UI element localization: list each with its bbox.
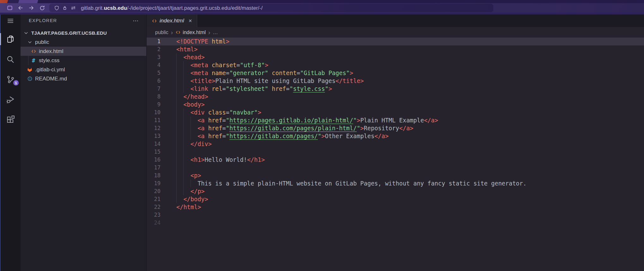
indent-guide — [176, 187, 183, 195]
code-link[interactable]: https://gitlab.com/pages/plain-html/ — [229, 124, 357, 132]
code-line-9[interactable]: 9<body> — [147, 101, 644, 109]
line-number: 20 — [147, 187, 176, 195]
activity-item-source-control[interactable]: 1 — [0, 73, 21, 86]
indent-guide — [176, 109, 183, 116]
code-link[interactable]: style.css — [293, 85, 325, 93]
shield-icon[interactable] — [52, 4, 61, 12]
url-domain: ucsb.edu — [104, 5, 127, 11]
indent-guide — [191, 124, 197, 132]
code-token: "stylesheet" — [226, 85, 268, 93]
code-line-12[interactable]: 12<a href="https://gitlab.com/pages/plai… — [147, 124, 644, 132]
indent-guide — [176, 148, 183, 156]
indent-guide — [183, 140, 190, 148]
indent-guide — [176, 101, 183, 109]
code-token: = — [226, 109, 229, 116]
activity-item-run-debug[interactable] — [0, 93, 21, 107]
permissions-icon[interactable] — [69, 4, 78, 12]
tree-item-index-html[interactable]: index.html — [21, 47, 146, 56]
activity-item-extensions[interactable] — [0, 113, 21, 127]
indent-guide — [176, 180, 183, 187]
code-link[interactable]: https://gitlab.com/pages/ — [229, 132, 318, 140]
debug-icon — [6, 95, 15, 104]
reload-button[interactable] — [37, 4, 47, 12]
code-token: = — [286, 85, 289, 93]
code-line-21[interactable]: 21</body> — [147, 195, 644, 203]
tree-item--gitlab-ci-yml[interactable]: .gitlab-ci.yml — [21, 65, 146, 74]
url-bar[interactable]: gitlab.grit.ucsb.edu/-/ide/project/tjaar… — [49, 4, 493, 12]
code-token: = — [297, 69, 300, 77]
indent-guide — [183, 109, 190, 116]
line-content: <body> — [176, 101, 644, 109]
code-line-5[interactable]: 5<meta name="generator" content="GitLab … — [147, 69, 644, 77]
breadcrumb-label: public — [155, 30, 168, 35]
code-token: = — [222, 132, 226, 140]
code-token: > — [328, 85, 332, 93]
code-line-14[interactable]: 14</div> — [147, 140, 644, 148]
explorer-more-button[interactable]: ⋯ — [131, 18, 140, 24]
forward-button[interactable] — [26, 4, 37, 12]
line-number: 4 — [147, 61, 176, 69]
code-token: > — [350, 69, 353, 77]
tree-item-style-css[interactable]: #style.css — [21, 56, 146, 65]
code-line-2[interactable]: 2<html> — [147, 45, 644, 53]
line-content: </html> — [176, 203, 644, 211]
code-link[interactable]: https://pages.gitlab.io/plain-html/ — [229, 116, 353, 124]
code-line-4[interactable]: 4<meta charset="utf-8"> — [147, 61, 644, 69]
code-line-18[interactable]: 18<p> — [147, 172, 644, 180]
lock-icon[interactable] — [61, 4, 69, 12]
tree-item-readme-md[interactable]: README.md — [21, 74, 146, 83]
line-content: <link rel="stylesheet" href="style.css"> — [176, 85, 644, 93]
indent-guide — [183, 61, 190, 69]
line-number: 21 — [147, 195, 176, 203]
tab-index-html[interactable]: index.html ✕ — [147, 15, 197, 27]
code-line-17[interactable]: 17 — [147, 164, 644, 172]
code-line-16[interactable]: 16<h1>Hello World!</h1> — [147, 156, 644, 164]
tab-close-icon[interactable]: ✕ — [187, 18, 193, 24]
indent-guide — [183, 156, 190, 164]
code-line-1[interactable]: 1<!DOCTYPE html> — [147, 38, 644, 45]
breadcrumb-item-public[interactable]: public — [155, 30, 168, 35]
chevron-down-icon[interactable] — [27, 39, 33, 45]
indent-guide — [191, 180, 197, 187]
tree-item-label: TJAART.PAGES.GRIT.UCSB.EDU — [31, 30, 107, 36]
code-line-7[interactable]: 7<link rel="stylesheet" href="style.css"… — [147, 85, 644, 93]
code-token: <meta — [191, 69, 208, 77]
code-line-10[interactable]: 10<div class="navbar"> — [147, 109, 644, 116]
browser-toolbar: gitlab.grit.ucsb.edu/-/ide/project/tjaar… — [0, 3, 644, 13]
line-content: <h1>Hello World!</h1> — [176, 156, 644, 164]
tree-item-tjaart-pages-grit-ucsb-edu[interactable]: TJAART.PAGES.GRIT.UCSB.EDU — [21, 28, 146, 38]
line-number: 2 — [147, 45, 176, 53]
code-line-20[interactable]: 20</p> — [147, 187, 644, 195]
code-line-13[interactable]: 13<a href="https://gitlab.com/pages/">Ot… — [147, 132, 644, 140]
code-token: <!DOCTYPE — [176, 38, 208, 45]
code-line-11[interactable]: 11<a href="https://pages.gitlab.io/plain… — [147, 116, 644, 124]
code-line-6[interactable]: 6<title>Plain HTML site using GitLab Pag… — [147, 77, 644, 85]
code-line-22[interactable]: 22</html> — [147, 203, 644, 211]
tree-item-public[interactable]: public — [21, 38, 146, 47]
window-icon[interactable] — [4, 4, 15, 12]
code-editor[interactable]: 1<!DOCTYPE html>2<html>3<head>4<meta cha… — [147, 38, 644, 271]
code-line-19[interactable]: 19This is a simple plain-HTML website on… — [147, 180, 644, 187]
code-line-8[interactable]: 8</head> — [147, 93, 644, 101]
code-token: <a — [197, 124, 204, 132]
code-token: <a — [197, 116, 204, 124]
code-line-15[interactable]: 15 — [147, 148, 644, 156]
indent-guide — [176, 53, 183, 61]
indent-guide — [176, 172, 183, 180]
activity-item-search[interactable] — [0, 52, 21, 66]
code-line-24[interactable]: 24 — [147, 219, 644, 227]
line-number: 5 — [147, 69, 176, 77]
indent-guide — [176, 116, 183, 124]
code-token: " — [226, 124, 229, 132]
code-token: " — [325, 85, 328, 93]
back-button[interactable] — [15, 4, 26, 12]
breadcrumb-item-more[interactable]: … — [213, 30, 218, 35]
code-token: Plain HTML site using GitLab Pages — [215, 77, 336, 85]
breadcrumb-item-index-html[interactable]: index.html — [175, 30, 206, 35]
code-token: = — [236, 61, 240, 69]
activity-item-explorer[interactable] — [0, 32, 21, 46]
chevron-down-icon[interactable] — [23, 30, 29, 36]
menu-button[interactable] — [0, 15, 21, 27]
code-line-3[interactable]: 3<head> — [147, 53, 644, 61]
code-line-23[interactable]: 23 — [147, 211, 644, 219]
